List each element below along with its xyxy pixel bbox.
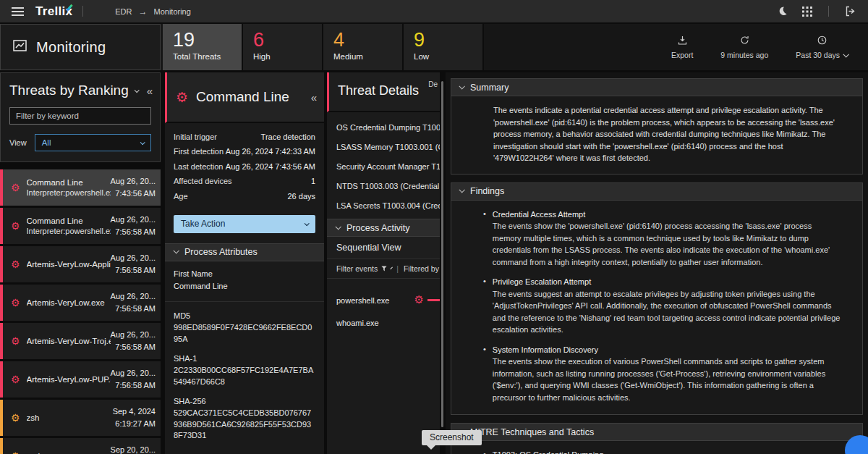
tile-high[interactable]: 6 High: [243, 24, 323, 70]
scrollbar[interactable]: [441, 81, 443, 427]
process-node-whoami[interactable]: whoami.exe: [327, 311, 440, 334]
process-activity-title: Process Activity: [346, 223, 410, 233]
first-name-label: First Name: [174, 268, 315, 280]
stats-row: Monitoring 19 Total Threats 6 High 4 Med…: [0, 24, 868, 70]
threat-row-artemis-troj[interactable]: ⚙ Artemis-VeryLow-Troj.exe Aug 26, 20...…: [0, 323, 161, 359]
severity-bar-medium: [0, 438, 3, 454]
app-grid-icon[interactable]: [802, 7, 812, 17]
tile-low[interactable]: 9 Low: [404, 24, 484, 70]
view-select[interactable]: All: [35, 134, 151, 151]
chevron-down-icon: [843, 51, 848, 57]
summary-header[interactable]: Summary: [451, 78, 863, 96]
severity-bar-high: [0, 323, 3, 359]
filter-events-row[interactable]: Filter events | Filtered by Seve: [327, 259, 440, 279]
mitre-title: MITRE Techniques and Tactics: [470, 427, 594, 437]
threats-panel-title[interactable]: Threats by Ranking: [9, 83, 129, 98]
take-action-button[interactable]: Take Action: [174, 215, 315, 233]
threat-details-header: Threat Details De: [327, 72, 440, 112]
chevron-down-icon: [173, 248, 179, 254]
tile-medium[interactable]: 4 Medium: [323, 24, 404, 70]
mitre-section: MITRE Techniques and Tactics • T1003: OS…: [451, 423, 863, 454]
edr-monitoring-app: Trellix EDR → Monitoring Monitoring 19 T…: [0, 0, 868, 454]
low-value: 9: [414, 29, 482, 51]
menu-icon[interactable]: [12, 7, 24, 16]
sequential-view-tab[interactable]: Sequential View: [327, 237, 440, 259]
threat-row-command-line-1[interactable]: ⚙ Command LineInterpreter:powershell.exe…: [0, 169, 161, 206]
threats-panel-header: Threats by Ranking « View All: [0, 72, 161, 162]
tile-total-threats[interactable]: 19 Total Threats: [163, 24, 243, 70]
technique-item[interactable]: LSA Secrets T1003.004 (Creden: [327, 196, 440, 216]
process-node-powershell[interactable]: powershell.exe ⚙: [327, 289, 440, 311]
threat-gear-icon: ⚙: [11, 374, 20, 384]
mitre-header[interactable]: MITRE Techniques and Tactics: [451, 423, 863, 441]
header-actions: Export 9 minutes ago Past 30 days: [671, 24, 868, 70]
technique-item[interactable]: Security Account Manager T10: [327, 157, 440, 177]
threat-row-artemis-application[interactable]: ⚙ Artemis-VeryLow-Applicatio... Aug 26, …: [0, 246, 161, 282]
screenshot-tooltip: Screenshot: [422, 430, 482, 445]
severity-bar-high: [0, 208, 3, 244]
high-value: 6: [253, 29, 322, 51]
threat-detail-panel: ⚙ Command Line « Initial triggerTrace de…: [165, 72, 324, 454]
time-range-selector[interactable]: Past 30 days: [796, 35, 848, 59]
refresh-label: 9 minutes ago: [720, 51, 768, 59]
topbar: Trellix EDR → Monitoring: [0, 0, 868, 24]
process-attributes-title: Process Attributes: [184, 247, 258, 257]
threat-row-zsh[interactable]: ⚙ zsh Sep 4, 20246:19:27 AM: [0, 400, 161, 436]
threats-panel-title-row: Threats by Ranking «: [9, 83, 151, 98]
total-threats-value: 19: [173, 29, 242, 51]
sha256-label: SHA-256: [174, 396, 315, 408]
finding-item: • Credential Access Attempt The events s…: [483, 209, 841, 269]
severity-bar-high: [0, 246, 3, 282]
chevron-down-icon: [459, 83, 464, 89]
detail-fields: Initial triggerTrace detection First det…: [165, 123, 324, 209]
threat-details-panel: Threat Details De OS Credential Dumping …: [327, 72, 440, 454]
severity-bar-high: [0, 169, 3, 206]
threat-row-sudo[interactable]: ⚙ sudo Sep 20, 20...2:26:11 PM: [0, 438, 161, 454]
keyword-filter-input[interactable]: [9, 107, 151, 125]
threat-gear-icon: ⚙: [11, 413, 20, 423]
hash-block: MD5998ED8589F0F7428EC9662FE8ECD095A SHA-…: [165, 302, 324, 454]
medium-label: Medium: [333, 52, 402, 61]
refresh-button[interactable]: 9 minutes ago: [720, 35, 768, 59]
monitoring-chart-icon: [13, 40, 27, 54]
threat-gear-icon: ⚙: [176, 91, 188, 104]
sha256-value: 529CAC371EC5C4CEDB35BD076767936B9D561CA6…: [174, 408, 315, 442]
threat-details-title: Threat Details: [338, 83, 419, 98]
page-title-box: Monitoring: [0, 24, 161, 70]
chevron-down-icon[interactable]: [134, 88, 139, 93]
truncated-tab-label[interactable]: De: [428, 80, 438, 88]
threat-row-command-line-2[interactable]: ⚙ Command LineInterpreter:powershell.exe…: [0, 208, 161, 244]
process-activity-header[interactable]: Process Activity: [327, 219, 440, 237]
technique-item[interactable]: OS Credential Dumping T1003: [327, 118, 440, 138]
collapse-panel-icon[interactable]: «: [147, 85, 151, 97]
collapse-panel-icon[interactable]: «: [311, 91, 315, 104]
brand-text: Trellix: [35, 4, 72, 18]
threat-gear-icon: ⚙: [11, 259, 20, 269]
severity-bar-medium: [0, 400, 3, 436]
sha1-value: 2C2330B00CC68F57FC192E4A7E7BA549467D66C8: [174, 365, 315, 388]
high-label: High: [253, 52, 322, 61]
threat-row-artemis-pup[interactable]: ⚙ Artemis-VeryLow-PUP.exe Aug 26, 20...7…: [0, 361, 161, 398]
findings-section: Findings • Credential Access Attempt The…: [451, 182, 863, 416]
topbar-divider: [828, 6, 829, 17]
first-name-value: Command Line: [174, 280, 315, 293]
severity-bar-high: [0, 361, 3, 398]
breadcrumb-arrow-icon: →: [138, 7, 147, 17]
low-label: Low: [414, 52, 482, 61]
trellix-logo[interactable]: Trellix: [35, 4, 72, 19]
threat-row-artemis-verylow[interactable]: ⚙ Artemis-VeryLow.exe Aug 26, 20...7:56:…: [0, 285, 161, 321]
technique-item[interactable]: LSASS Memory T1003.001 (Cre: [327, 138, 440, 157]
dark-mode-icon[interactable]: [777, 6, 788, 17]
technique-list: OS Credential Dumping T1003 LSASS Memory…: [327, 112, 440, 219]
breadcrumb-edr[interactable]: EDR: [115, 7, 132, 16]
findings-header[interactable]: Findings: [451, 182, 863, 201]
logout-icon[interactable]: [845, 6, 856, 17]
technique-item[interactable]: NTDS T1003.003 (Credential A: [327, 177, 440, 196]
export-button[interactable]: Export: [671, 35, 693, 59]
chevron-down-icon: [335, 224, 341, 230]
threats-by-ranking-panel: Threats by Ranking « View All ⚙ Command …: [0, 72, 161, 454]
breadcrumb-monitoring[interactable]: Monitoring: [153, 7, 190, 16]
process-attributes-header[interactable]: Process Attributes: [165, 243, 324, 261]
mitre-item: • T1003: OS Credential Dumping The event…: [483, 449, 841, 454]
alert-gear-icon: ⚙: [414, 295, 424, 306]
